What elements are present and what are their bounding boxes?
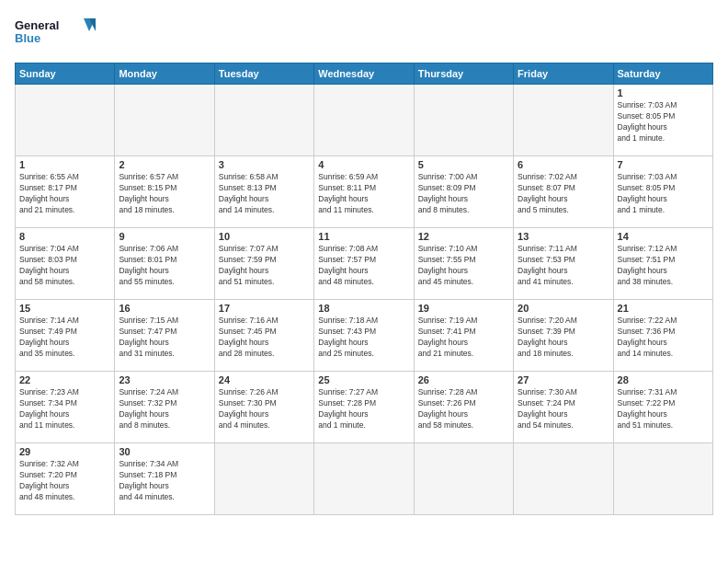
day-info: Sunrise: 7:27 AM Sunset: 7:28 PM Dayligh… bbox=[318, 387, 409, 431]
day-info: Sunrise: 7:07 AM Sunset: 7:59 PM Dayligh… bbox=[219, 244, 310, 288]
calendar-day: 19 Sunrise: 7:19 AM Sunset: 7:41 PM Dayl… bbox=[414, 300, 513, 372]
day-info: Sunrise: 7:11 AM Sunset: 7:53 PM Dayligh… bbox=[518, 244, 609, 288]
calendar-day: 20 Sunrise: 7:20 AM Sunset: 7:39 PM Dayl… bbox=[514, 300, 613, 372]
calendar-week-row: 22 Sunrise: 7:23 AM Sunset: 7:34 PM Dayl… bbox=[16, 372, 713, 443]
calendar-day: 23 Sunrise: 7:24 AM Sunset: 7:32 PM Dayl… bbox=[115, 372, 214, 443]
calendar-day: 6 Sunrise: 7:02 AM Sunset: 8:07 PM Dayli… bbox=[514, 156, 613, 228]
calendar-day: 5 Sunrise: 7:00 AM Sunset: 8:09 PM Dayli… bbox=[414, 156, 513, 228]
calendar-day: 10 Sunrise: 7:07 AM Sunset: 7:59 PM Dayl… bbox=[214, 228, 313, 300]
day-number: 10 bbox=[219, 231, 310, 242]
day-info: Sunrise: 7:16 AM Sunset: 7:45 PM Dayligh… bbox=[219, 316, 310, 360]
calendar-day: 30 Sunrise: 7:34 AM Sunset: 7:18 PM Dayl… bbox=[115, 443, 214, 515]
calendar-day: 12 Sunrise: 7:10 AM Sunset: 7:55 PM Dayl… bbox=[414, 228, 513, 300]
calendar-day bbox=[613, 443, 712, 515]
day-number: 12 bbox=[418, 231, 509, 242]
day-info: Sunrise: 7:31 AM Sunset: 7:22 PM Dayligh… bbox=[618, 387, 709, 431]
day-info: Sunrise: 7:19 AM Sunset: 7:41 PM Dayligh… bbox=[418, 316, 509, 360]
calendar-day bbox=[514, 443, 613, 515]
calendar-week-row: 29 Sunrise: 7:32 AM Sunset: 7:20 PM Dayl… bbox=[16, 443, 713, 515]
calendar-day: 17 Sunrise: 7:16 AM Sunset: 7:45 PM Dayl… bbox=[214, 300, 313, 372]
calendar-day: 14 Sunrise: 7:12 AM Sunset: 7:51 PM Dayl… bbox=[613, 228, 712, 300]
day-number: 13 bbox=[518, 231, 609, 242]
day-number: 5 bbox=[418, 159, 509, 170]
calendar-day bbox=[314, 85, 414, 156]
calendar-day: 18 Sunrise: 7:18 AM Sunset: 7:43 PM Dayl… bbox=[314, 300, 414, 372]
day-number: 7 bbox=[618, 159, 709, 170]
calendar-day: 16 Sunrise: 7:15 AM Sunset: 7:47 PM Dayl… bbox=[115, 300, 214, 372]
day-number: 2 bbox=[119, 159, 210, 170]
day-info: Sunrise: 7:04 AM Sunset: 8:03 PM Dayligh… bbox=[19, 244, 110, 288]
calendar-day: 2 Sunrise: 6:57 AM Sunset: 8:15 PM Dayli… bbox=[115, 156, 214, 228]
day-number: 27 bbox=[518, 374, 609, 385]
header-sunday: Sunday bbox=[16, 63, 115, 85]
calendar-day: 24 Sunrise: 7:26 AM Sunset: 7:30 PM Dayl… bbox=[214, 372, 313, 443]
day-info: Sunrise: 7:20 AM Sunset: 7:39 PM Dayligh… bbox=[518, 316, 609, 360]
calendar-day: 26 Sunrise: 7:28 AM Sunset: 7:26 PM Dayl… bbox=[414, 372, 513, 443]
day-number: 26 bbox=[418, 374, 509, 385]
calendar-day: 4 Sunrise: 6:59 AM Sunset: 8:11 PM Dayli… bbox=[314, 156, 414, 228]
calendar-day: 27 Sunrise: 7:30 AM Sunset: 7:24 PM Dayl… bbox=[514, 372, 613, 443]
calendar-table: Sunday Monday Tuesday Wednesday Thursday… bbox=[15, 63, 713, 515]
day-info: Sunrise: 7:03 AM Sunset: 8:05 PM Dayligh… bbox=[618, 172, 709, 216]
header-saturday: Saturday bbox=[613, 63, 712, 85]
day-info: Sunrise: 7:26 AM Sunset: 7:30 PM Dayligh… bbox=[219, 387, 310, 431]
calendar-week-row: 15 Sunrise: 7:14 AM Sunset: 7:49 PM Dayl… bbox=[16, 300, 713, 372]
calendar-day: 1 Sunrise: 6:55 AM Sunset: 8:17 PM Dayli… bbox=[16, 156, 115, 228]
day-info: Sunrise: 7:02 AM Sunset: 8:07 PM Dayligh… bbox=[518, 172, 609, 216]
logo: General Blue bbox=[15, 15, 97, 53]
day-info: Sunrise: 7:24 AM Sunset: 7:32 PM Dayligh… bbox=[119, 387, 210, 431]
calendar-day bbox=[214, 443, 313, 515]
calendar-day: 15 Sunrise: 7:14 AM Sunset: 7:49 PM Dayl… bbox=[16, 300, 115, 372]
calendar-day bbox=[115, 85, 214, 156]
day-number: 4 bbox=[318, 159, 409, 170]
calendar-day bbox=[414, 443, 513, 515]
day-number: 1 bbox=[618, 87, 709, 98]
calendar-day: 22 Sunrise: 7:23 AM Sunset: 7:34 PM Dayl… bbox=[16, 372, 115, 443]
day-number: 6 bbox=[518, 159, 609, 170]
header-wednesday: Wednesday bbox=[314, 63, 414, 85]
calendar-day: 9 Sunrise: 7:06 AM Sunset: 8:01 PM Dayli… bbox=[115, 228, 214, 300]
day-number: 19 bbox=[418, 303, 509, 314]
calendar-week-row: 1 Sunrise: 7:03 AM Sunset: 8:05 PM Dayli… bbox=[16, 85, 713, 156]
calendar-day: 25 Sunrise: 7:27 AM Sunset: 7:28 PM Dayl… bbox=[314, 372, 414, 443]
day-number: 30 bbox=[119, 446, 210, 457]
calendar-day: 3 Sunrise: 6:58 AM Sunset: 8:13 PM Dayli… bbox=[214, 156, 313, 228]
day-number: 25 bbox=[318, 374, 409, 385]
day-number: 22 bbox=[19, 374, 110, 385]
calendar-day: 1 Sunrise: 7:03 AM Sunset: 8:05 PM Dayli… bbox=[613, 85, 712, 156]
day-info: Sunrise: 7:15 AM Sunset: 7:47 PM Dayligh… bbox=[119, 316, 210, 360]
header: General Blue bbox=[15, 15, 713, 53]
calendar-day bbox=[414, 85, 513, 156]
day-info: Sunrise: 7:14 AM Sunset: 7:49 PM Dayligh… bbox=[19, 316, 110, 360]
calendar-day: 13 Sunrise: 7:11 AM Sunset: 7:53 PM Dayl… bbox=[514, 228, 613, 300]
page: General Blue Sunday Monday Tuesday Wedne… bbox=[0, 0, 728, 563]
day-info: Sunrise: 7:18 AM Sunset: 7:43 PM Dayligh… bbox=[318, 316, 409, 360]
day-info: Sunrise: 7:06 AM Sunset: 8:01 PM Dayligh… bbox=[119, 244, 210, 288]
day-number: 18 bbox=[318, 303, 409, 314]
calendar-day bbox=[16, 85, 115, 156]
header-tuesday: Tuesday bbox=[214, 63, 313, 85]
header-thursday: Thursday bbox=[414, 63, 513, 85]
day-info: Sunrise: 7:22 AM Sunset: 7:36 PM Dayligh… bbox=[618, 316, 709, 360]
calendar-day: 29 Sunrise: 7:32 AM Sunset: 7:20 PM Dayl… bbox=[16, 443, 115, 515]
logo-svg: General Blue bbox=[15, 15, 97, 53]
day-number: 20 bbox=[518, 303, 609, 314]
calendar-day: 28 Sunrise: 7:31 AM Sunset: 7:22 PM Dayl… bbox=[613, 372, 712, 443]
day-number: 3 bbox=[219, 159, 310, 170]
calendar-day bbox=[214, 85, 313, 156]
calendar-day: 11 Sunrise: 7:08 AM Sunset: 7:57 PM Dayl… bbox=[314, 228, 414, 300]
day-info: Sunrise: 7:03 AM Sunset: 8:05 PM Dayligh… bbox=[618, 100, 709, 144]
calendar-day: 8 Sunrise: 7:04 AM Sunset: 8:03 PM Dayli… bbox=[16, 228, 115, 300]
day-info: Sunrise: 7:00 AM Sunset: 8:09 PM Dayligh… bbox=[418, 172, 509, 216]
day-number: 1 bbox=[19, 159, 110, 170]
calendar-day: 7 Sunrise: 7:03 AM Sunset: 8:05 PM Dayli… bbox=[613, 156, 712, 228]
day-number: 23 bbox=[119, 374, 210, 385]
day-number: 28 bbox=[618, 374, 709, 385]
day-info: Sunrise: 6:59 AM Sunset: 8:11 PM Dayligh… bbox=[318, 172, 409, 216]
header-friday: Friday bbox=[514, 63, 613, 85]
day-info: Sunrise: 6:55 AM Sunset: 8:17 PM Dayligh… bbox=[19, 172, 110, 216]
day-number: 15 bbox=[19, 303, 110, 314]
day-number: 17 bbox=[219, 303, 310, 314]
calendar-day: 21 Sunrise: 7:22 AM Sunset: 7:36 PM Dayl… bbox=[613, 300, 712, 372]
day-info: Sunrise: 6:58 AM Sunset: 8:13 PM Dayligh… bbox=[219, 172, 310, 216]
